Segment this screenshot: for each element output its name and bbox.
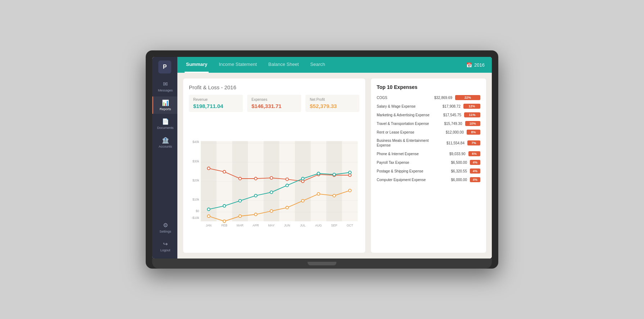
expenses-list: COGS $32,869.69 22% Salary & Wage Expens…: [377, 95, 480, 182]
expense-row-4: Rent or Lease Expense $12,000.00 8%: [377, 130, 480, 135]
svg-point-42: [286, 184, 289, 187]
svg-text:JAN: JAN: [206, 224, 212, 227]
svg-point-30: [254, 177, 257, 180]
svg-point-52: [286, 206, 289, 209]
expense-amount-3: $15,749.30: [440, 122, 462, 126]
main-content: Summary Income Statement Balance Sheet S…: [177, 57, 492, 259]
expense-pct-bar-3: 10%: [465, 121, 481, 126]
sidebar-logo: P: [158, 60, 171, 73]
expense-name-6: Phone & Internet Expense: [377, 152, 440, 156]
reports-icon: 📊: [162, 99, 169, 106]
expense-pct-bar-0: 22%: [455, 95, 480, 100]
expense-row-1: Salary & Wage Expense $17,908.72 12%: [377, 104, 480, 109]
svg-point-49: [239, 215, 241, 218]
svg-text:AUG: AUG: [315, 224, 322, 227]
year-label: 2016: [474, 62, 485, 68]
sidebar-label-logout: Logout: [160, 248, 171, 252]
expense-amount-7: $6,500.00: [445, 161, 467, 165]
expense-bar-container-5: 7%: [467, 140, 480, 145]
svg-text:SEP: SEP: [331, 224, 337, 227]
svg-point-47: [207, 215, 210, 218]
tab-summary-label: Summary: [186, 62, 207, 67]
sidebar-label-documents: Documents: [157, 126, 174, 130]
svg-text:JUN: JUN: [284, 224, 290, 227]
expense-pct-bar-5: 7%: [467, 140, 480, 145]
app-layout: P ✉ Messages 📊 Reports 📄 Documents 🏦 Acc…: [152, 57, 492, 259]
net-profit-value: $52,379.33: [310, 103, 355, 109]
expense-bar-container-3: 10%: [465, 121, 481, 126]
tab-search[interactable]: Search: [309, 57, 326, 73]
svg-point-46: [349, 171, 352, 174]
expense-pct-bar-4: 8%: [467, 130, 480, 135]
revenue-value: $198,711.04: [193, 103, 239, 109]
expense-name-8: Postage & Shipping Expense: [377, 169, 442, 174]
svg-point-27: [207, 167, 210, 170]
expense-row-9: Computer Equipment Expense $6,000.00 4%: [377, 177, 480, 182]
svg-point-33: [301, 180, 304, 183]
expense-amount-6: $9,033.90: [443, 152, 466, 156]
sidebar-item-logout[interactable]: ↪ Logout: [152, 238, 177, 255]
expense-bar-container-1: 12%: [463, 104, 480, 109]
expense-name-7: Payroll Tax Expense: [377, 160, 442, 165]
expense-bar-container-2: 11%: [464, 112, 480, 117]
expense-pct-bar-1: 12%: [463, 104, 480, 109]
expense-row-8: Postage & Shipping Expense $6,320.55 4%: [377, 169, 480, 174]
expense-bar-container-4: 8%: [467, 130, 480, 135]
expense-row-2: Marketing & Advertising Expense $17,545.…: [377, 112, 480, 117]
expense-name-0: COGS: [377, 95, 427, 100]
svg-rect-3: [264, 141, 280, 221]
expense-pct-bar-8: 4%: [470, 169, 480, 174]
svg-text:$0: $0: [196, 209, 199, 213]
net-profit-label: Net Profit: [310, 98, 355, 102]
expense-name-9: Computer Equipment Expense: [377, 178, 442, 182]
expense-bar-container-9: 4%: [470, 177, 480, 182]
laptop-base: [152, 259, 492, 269]
svg-point-48: [223, 220, 226, 223]
expense-name-4: Rent or Lease Expense: [377, 130, 439, 135]
sidebar-item-settings[interactable]: ⚙ Settings: [152, 219, 177, 236]
calendar-icon: 📅: [466, 62, 472, 68]
svg-point-55: [333, 194, 336, 197]
logout-icon: ↪: [163, 241, 168, 247]
expense-row-5: Business Meals & Entertainment Expense $…: [377, 138, 480, 148]
svg-point-31: [270, 176, 273, 179]
expense-amount-5: $11,554.84: [442, 141, 464, 145]
expense-bar-container-6: 6%: [468, 151, 481, 156]
tab-income-statement[interactable]: Income Statement: [217, 57, 258, 73]
tab-summary[interactable]: Summary: [185, 57, 209, 73]
metric-expenses: Expenses $146,331.71: [247, 95, 301, 112]
tab-balance-label: Balance Sheet: [268, 62, 299, 67]
svg-rect-5: [326, 141, 342, 221]
pl-chart: $40k $30k $20k $10k $0 -$10k: [189, 117, 359, 247]
expense-amount-1: $17,908.72: [438, 104, 461, 108]
sidebar-item-accounts[interactable]: 🏦 Accounts: [152, 134, 177, 151]
svg-text:APR: APR: [253, 224, 259, 227]
svg-point-36: [349, 174, 352, 177]
content-area: Profit & Loss - 2016 Revenue $198,711.04…: [177, 73, 492, 259]
sidebar-label-messages: Messages: [158, 89, 173, 92]
metric-net-profit: Net Profit $52,379.33: [305, 95, 359, 112]
sidebar-item-messages[interactable]: ✉ Messages: [152, 78, 177, 95]
sidebar-label-accounts: Accounts: [159, 145, 172, 148]
top-nav: Summary Income Statement Balance Sheet S…: [177, 57, 492, 73]
expense-pct-bar-7: 4%: [470, 160, 480, 165]
sidebar-item-documents[interactable]: 📄 Documents: [152, 115, 177, 132]
expenses-label: Expenses: [251, 98, 297, 102]
svg-text:OCT: OCT: [346, 224, 353, 227]
metrics-row: Revenue $198,711.04 Expenses $146,331.71…: [189, 95, 359, 112]
logo-icon: P: [163, 64, 167, 70]
laptop-frame: P ✉ Messages 📊 Reports 📄 Documents 🏦 Acc…: [146, 50, 498, 269]
expense-bar-container-8: 4%: [470, 169, 480, 174]
expenses-panel: Top 10 Expenses COGS $32,869.69 22% Sala…: [371, 78, 486, 253]
sidebar-item-reports[interactable]: 📊 Reports: [152, 96, 177, 114]
expense-name-5: Business Meals & Entertainment Expense: [377, 138, 439, 148]
tab-search-label: Search: [310, 62, 325, 67]
expense-bar-container-0: 22%: [455, 95, 480, 100]
svg-point-28: [223, 170, 226, 173]
year-selector[interactable]: 📅 2016: [466, 62, 485, 68]
expense-row-0: COGS $32,869.69 22%: [377, 95, 480, 100]
svg-text:-$10k: -$10k: [191, 216, 199, 220]
svg-point-44: [317, 172, 320, 175]
expense-bar-container-7: 4%: [470, 160, 480, 165]
tab-balance-sheet[interactable]: Balance Sheet: [267, 57, 300, 73]
